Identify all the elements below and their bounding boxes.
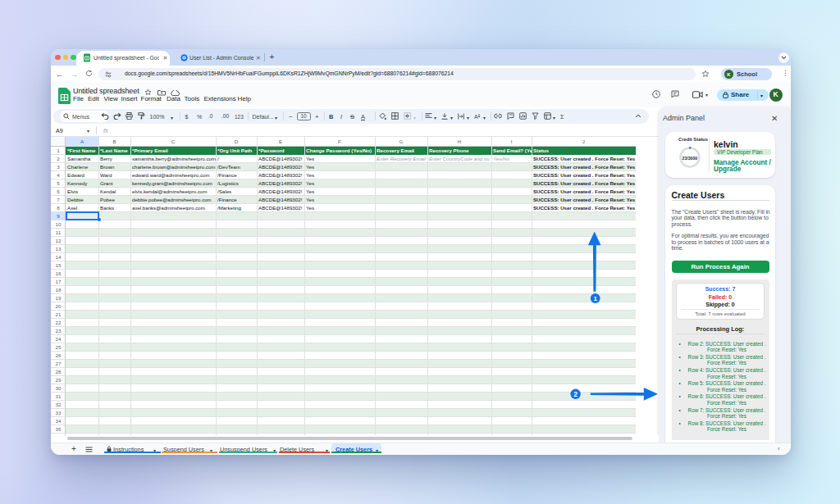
svg-text:2: 2	[573, 390, 578, 398]
svg-text:1: 1	[593, 295, 597, 302]
